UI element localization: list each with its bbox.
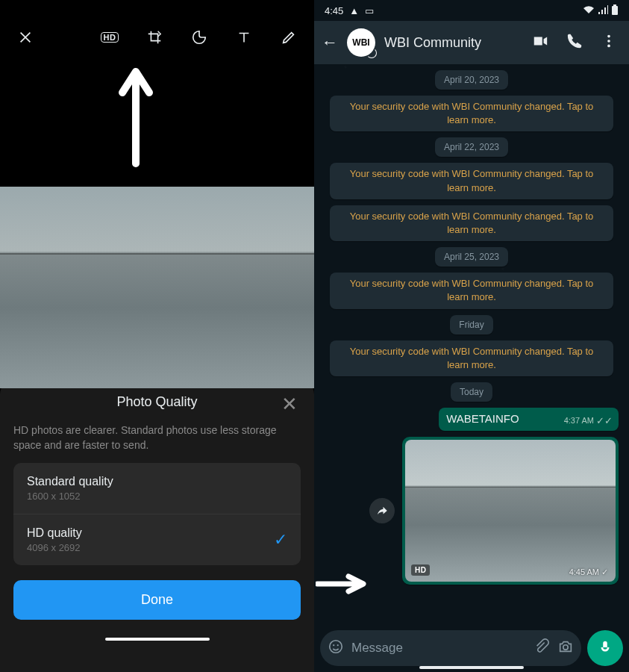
signal-icon xyxy=(598,5,608,16)
attach-button[interactable] xyxy=(533,638,550,658)
system-message[interactable]: Your security code with WBI Community ch… xyxy=(330,273,613,308)
system-message[interactable]: Your security code with WBI Community ch… xyxy=(330,205,613,241)
voice-call-button[interactable] xyxy=(566,33,583,52)
annotation-arrow-up xyxy=(115,63,157,170)
svg-point-4 xyxy=(607,45,610,48)
system-message[interactable]: Your security code with WBI Community ch… xyxy=(330,96,613,131)
outgoing-message[interactable]: WABETAINFO 4:37 AM ✓✓ xyxy=(439,408,619,431)
annotation-arrow-right xyxy=(316,573,368,597)
menu-button[interactable] xyxy=(601,33,617,52)
photo-preview xyxy=(0,187,314,388)
status-time: 4:45 xyxy=(325,5,343,16)
date-separator: April 20, 2023 xyxy=(435,70,508,90)
home-indicator xyxy=(105,638,210,641)
option-resolution: 4096 x 2692 xyxy=(27,542,82,553)
close-button[interactable] xyxy=(10,22,40,52)
svg-point-2 xyxy=(607,35,610,38)
check-icon: ✓ xyxy=(274,530,287,550)
calendar-icon: ▭ xyxy=(365,5,374,16)
system-message[interactable]: Your security code with WBI Community ch… xyxy=(330,340,613,376)
battery-icon xyxy=(611,4,619,17)
editor-toolbar: HD xyxy=(0,0,314,75)
outgoing-photo-message[interactable]: HD 4:45 AM ✓ xyxy=(402,437,619,585)
svg-point-7 xyxy=(337,644,339,646)
date-separator: April 22, 2023 xyxy=(435,137,508,157)
back-button[interactable]: ← xyxy=(322,33,338,52)
sticker-button[interactable] xyxy=(184,22,214,52)
svg-rect-1 xyxy=(613,4,616,6)
photo-quality-sheet: Photo Quality ✕ HD photos are clearer. S… xyxy=(0,381,314,672)
done-button[interactable]: Done xyxy=(13,580,301,620)
chat-header: ← WBI WBI Community xyxy=(314,21,629,64)
hd-quality-button[interactable]: HD xyxy=(95,22,125,52)
chat-body[interactable]: April 20, 2023 Your security code with W… xyxy=(314,64,629,629)
hd-icon: HD xyxy=(101,32,119,43)
option-hd[interactable]: HD quality 4096 x 2692 ✓ xyxy=(13,514,301,565)
input-placeholder: Message xyxy=(351,641,526,656)
wifi-icon xyxy=(583,5,595,16)
draw-button[interactable] xyxy=(274,22,304,52)
option-label: HD quality xyxy=(27,526,82,540)
svg-point-3 xyxy=(607,40,610,43)
message-time: 4:37 AM xyxy=(564,416,594,425)
sent-tick-icon: ✓ xyxy=(601,567,608,577)
option-label: Standard quality xyxy=(27,475,113,488)
option-resolution: 1600 x 1052 xyxy=(27,491,113,502)
message-time: 4:45 AM xyxy=(569,567,599,576)
option-standard[interactable]: Standard quality 1600 x 1052 xyxy=(13,463,301,514)
date-separator: April 25, 2023 xyxy=(435,247,508,267)
avatar[interactable]: WBI xyxy=(347,28,375,57)
home-indicator xyxy=(419,666,524,669)
message-text: WABETAINFO xyxy=(446,412,519,425)
video-call-button[interactable] xyxy=(532,33,548,52)
svg-point-5 xyxy=(330,641,342,653)
svg-point-8 xyxy=(563,645,568,650)
sheet-title: Photo Quality xyxy=(116,394,197,410)
app-indicator-icon: ▲ xyxy=(349,5,359,16)
sheet-description: HD photos are clearer. Standard photos u… xyxy=(13,423,301,452)
chat-pane: 4:45 ▲ ▭ ← WBI WBI Community April 20, 2… xyxy=(314,0,629,672)
hd-badge: HD xyxy=(411,564,430,576)
status-bar: 4:45 ▲ ▭ xyxy=(314,0,629,21)
svg-point-6 xyxy=(333,644,334,646)
text-button[interactable] xyxy=(229,22,259,52)
system-message[interactable]: Your security code with WBI Community ch… xyxy=(330,163,613,199)
photo-editor-pane: HD Photo Quality ✕ HD photos are clearer… xyxy=(0,0,314,672)
camera-button[interactable] xyxy=(557,638,574,658)
mic-button[interactable] xyxy=(587,630,623,666)
read-ticks-icon: ✓✓ xyxy=(596,415,613,426)
date-separator: Friday xyxy=(450,315,492,335)
date-separator: Today xyxy=(451,382,492,402)
crop-rotate-button[interactable] xyxy=(140,22,169,52)
svg-rect-0 xyxy=(612,6,618,15)
photo-thumbnail: HD 4:45 AM ✓ xyxy=(405,440,616,582)
emoji-button[interactable] xyxy=(328,638,344,658)
sheet-close-button[interactable]: ✕ xyxy=(278,393,301,415)
quality-options: Standard quality 1600 x 1052 HD quality … xyxy=(13,463,301,565)
forward-button[interactable] xyxy=(369,498,395,523)
message-input[interactable]: Message xyxy=(320,630,581,666)
chat-title[interactable]: WBI Community xyxy=(384,35,523,51)
